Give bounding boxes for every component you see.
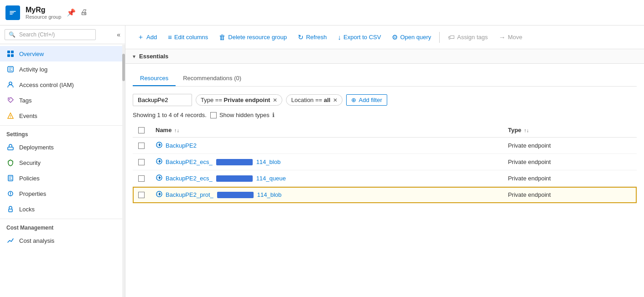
resource-type-cell: Private endpoint [503,154,637,170]
cost-section-title: Cost Management [0,219,125,233]
export-button[interactable]: ↓ Export to CSV [333,31,386,44]
resource-group-name: MyRg [26,6,61,14]
type-column-header[interactable]: Type ↑↓ [503,123,637,138]
table-row[interactable]: BackupPE2_ecs_114_queue Private endpoint [133,170,637,187]
iam-icon [6,81,15,89]
add-icon: ＋ [137,33,144,41]
add-filter-button[interactable]: ⊕ Add filter [346,94,387,106]
resource-type-icon [156,158,163,166]
location-filter-remove[interactable]: ✕ [333,97,338,103]
move-icon: → [499,33,506,41]
name-column-header[interactable]: Name ↑↓ [150,123,503,138]
show-hidden-types-container: Show hidden types ℹ [210,112,275,118]
type-filter-label: Type == Private endpoint [201,97,270,103]
resource-name-cell: BackupPE2_prot_114_blob [150,187,503,203]
refresh-button[interactable]: ↻ Refresh [293,31,332,44]
essentials-bar: ▾ Essentials [125,49,644,64]
sidebar-item-cost-analysis[interactable]: Cost analysis [0,233,125,248]
resource-link[interactable]: BackupPE2_ecs_114_blob [156,158,497,166]
sidebar-item-label: Policies [19,175,40,182]
info-icon[interactable]: ℹ [272,112,275,118]
row-checkbox[interactable] [138,143,145,149]
resource-link[interactable]: BackupPE2_ecs_114_queue [156,174,497,183]
resource-name-suffix: 114_blob [256,159,281,165]
sidebar-item-properties[interactable]: Properties [0,186,125,201]
add-button[interactable]: ＋ Add [133,30,161,44]
refresh-icon: ↻ [298,33,304,41]
resource-type-icon [156,174,163,183]
assign-tags-button[interactable]: 🏷 Assign tags [443,31,492,44]
svg-point-7 [9,99,10,100]
resource-link[interactable]: BackupPE2 [156,141,497,150]
select-all-checkbox[interactable] [138,127,145,133]
show-hidden-types-checkbox[interactable] [210,112,217,118]
svg-rect-2 [11,51,14,53]
sidebar-item-label: Overview [19,51,44,57]
move-button[interactable]: → Move [494,31,527,44]
sidebar-nav: Overview Activity log Access control (IA… [0,44,125,297]
sidebar-item-label: Activity log [19,66,47,73]
sidebar-item-iam[interactable]: Access control (IAM) [0,77,125,92]
columns-icon: ≡ [168,33,172,41]
table-row[interactable]: BackupPE2_prot_114_blob Private endpoint [133,187,637,203]
tags-icon [6,96,15,104]
row-checkbox[interactable] [138,192,145,198]
move-label: Move [508,34,523,41]
resource-search-input[interactable] [133,94,192,106]
row-checkbox[interactable] [138,159,145,165]
settings-section-title: Settings [0,125,125,139]
search-placeholder: Search (Ctrl+/) [19,31,55,38]
name-sort-icon: ↑↓ [174,128,179,133]
row-checkbox[interactable] [138,175,145,182]
edit-columns-button[interactable]: ≡ Edit columns [163,31,213,44]
search-input-wrapper[interactable]: 🔍 Search (Ctrl+/) [5,29,96,40]
record-count-row: Showing 1 to 4 of 4 records. Show hidden… [133,112,637,118]
app-title: MyRg Resource group [26,6,61,20]
tab-resources[interactable]: Resources [133,71,176,86]
type-sort-icon: ↑↓ [524,128,529,133]
sidebar-item-policies[interactable]: Policies [0,170,125,186]
add-filter-icon: ⊕ [351,97,356,103]
add-filter-label: Add filter [358,97,382,103]
resource-name-prefix: BackupPE2_ecs_ [166,159,213,165]
print-icon[interactable]: 🖨 [80,8,88,17]
resource-type-icon [156,190,163,199]
row-checkbox-cell [133,170,150,187]
sidebar-item-activity-log[interactable]: Activity log [0,61,125,77]
overview-icon [6,50,15,58]
open-query-label: Open query [400,34,431,41]
collapse-sidebar-button[interactable]: « [117,31,120,38]
activity-log-icon [6,65,15,73]
resource-type: Private endpoint [508,142,551,149]
app-icon [5,5,20,20]
resource-name-prefix: BackupPE2_ecs_ [166,175,213,182]
svg-point-6 [9,82,12,85]
sidebar-item-overview[interactable]: Overview [0,46,125,61]
policies-icon [6,174,15,182]
resource-name-suffix: 114_queue [256,175,286,182]
sidebar-item-locks[interactable]: Locks [0,201,125,217]
row-checkbox-cell [133,154,150,170]
sidebar-item-tags[interactable]: Tags [0,92,125,108]
sidebar-item-deployments[interactable]: Deployments [0,139,125,155]
assign-tags-label: Assign tags [457,34,488,41]
sidebar-scrollbar-thumb [122,54,125,81]
show-hidden-types-label: Show hidden types [219,112,270,118]
resource-link[interactable]: BackupPE2_prot_114_blob [156,190,497,199]
open-query-button[interactable]: ⚙ Open query [387,31,436,44]
delete-icon: 🗑 [219,33,226,41]
essentials-chevron-icon[interactable]: ▾ [133,53,135,60]
sidebar-item-security[interactable]: Security [0,155,125,170]
resource-name-redacted [216,159,253,165]
table-row[interactable]: BackupPE2_ecs_114_blob Private endpoint [133,154,637,170]
tab-recommendations[interactable]: Recommendations (0) [176,71,249,86]
table-row[interactable]: BackupPE2 Private endpoint [133,138,637,154]
pin-icon[interactable]: 📌 [67,8,76,17]
type-filter-remove[interactable]: ✕ [273,97,277,103]
sidebar-item-events[interactable]: Events [0,108,125,123]
content-area: ＋ Add ≡ Edit columns 🗑 Delete resource g… [125,26,644,297]
svg-rect-11 [8,147,13,150]
delete-button[interactable]: 🗑 Delete resource group [214,31,291,44]
delete-label: Delete resource group [228,34,287,41]
sidebar-item-label: Locks [19,206,35,213]
